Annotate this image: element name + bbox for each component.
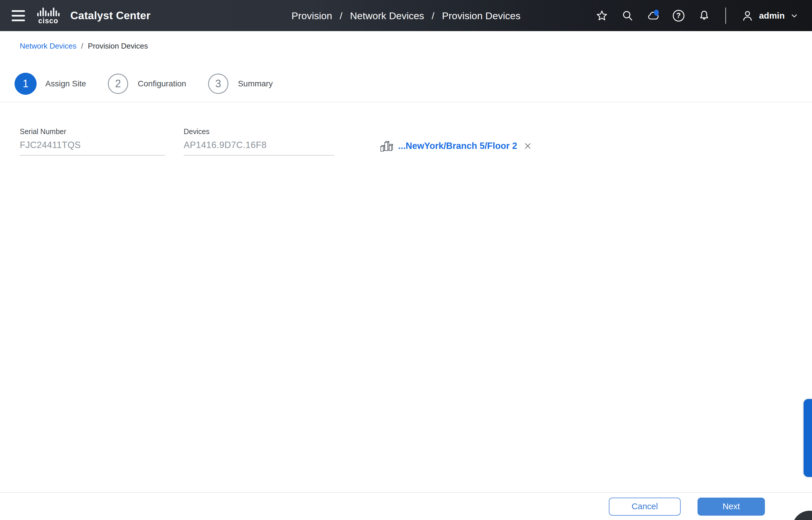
topnav-crumb-separator: / <box>431 10 434 21</box>
devices-value: AP1416.9D7C.16F8 <box>184 140 334 150</box>
user-avatar-icon <box>741 9 754 22</box>
chevron-down-icon <box>790 11 799 20</box>
help-glyph: ? <box>673 10 684 22</box>
devices-label: Devices <box>184 127 334 136</box>
favorites-star-icon[interactable] <box>596 9 608 22</box>
devices-field: Devices AP1416.9D7C.16F8 <box>184 127 334 156</box>
help-icon[interactable]: ? <box>672 9 685 22</box>
topnav-crumb-provision[interactable]: Provision <box>291 10 332 21</box>
topnav-crumb-network-devices[interactable]: Network Devices <box>350 10 424 21</box>
step-3-circle: 3 <box>208 74 228 94</box>
step-1-label: Assign Site <box>45 79 86 88</box>
step-summary[interactable]: 3 Summary <box>207 73 273 95</box>
buildings-icon <box>380 139 393 153</box>
user-menu[interactable]: admin <box>741 9 799 22</box>
topnav-breadcrumb: Provision / Network Devices / Provision … <box>291 10 521 21</box>
hamburger-bar <box>11 10 25 12</box>
provision-devices-page: cisco Catalyst Center Provision / Networ… <box>0 0 812 520</box>
assign-site-form: Serial Number FJC24411TQS Devices AP1416… <box>0 102 812 156</box>
hamburger-bar <box>11 15 25 17</box>
serial-number-label: Serial Number <box>20 127 165 136</box>
breadcrumb-current-page: Provision Devices <box>88 42 148 51</box>
cancel-button[interactable]: Cancel <box>609 498 681 516</box>
username-label: admin <box>759 11 785 21</box>
wizard-footer: Cancel Next <box>0 492 812 520</box>
top-navbar: cisco Catalyst Center Provision / Networ… <box>0 0 812 31</box>
breadcrumb: Network Devices / Provision Devices <box>0 31 812 51</box>
cisco-logo-bars-icon <box>37 7 60 17</box>
site-path-link[interactable]: ...NewYork/Branch 5/Floor 2 <box>398 141 517 151</box>
menu-hamburger-button[interactable] <box>11 10 26 21</box>
hamburger-bar <box>11 20 25 21</box>
cisco-logo[interactable]: cisco <box>37 7 60 24</box>
step-3-label: Summary <box>238 79 273 88</box>
topnav-crumb-provision-devices[interactable]: Provision Devices <box>442 10 521 21</box>
notifications-bell-icon[interactable] <box>698 9 710 22</box>
navbar-divider <box>725 7 726 24</box>
cisco-logo-text: cisco <box>38 17 58 24</box>
serial-number-value: FJC24411TQS <box>20 140 165 150</box>
navbar-actions: ? admin <box>596 7 799 24</box>
step-1-circle: 1 <box>15 73 37 95</box>
cloud-status-badge <box>654 9 659 16</box>
assigned-site-chip: ...NewYork/Branch 5/Floor 2 <box>380 139 532 153</box>
step-2-label: Configuration <box>138 79 186 88</box>
cloud-status-icon[interactable] <box>647 9 659 22</box>
step-2-circle: 2 <box>108 74 128 94</box>
app-title: Catalyst Center <box>70 9 150 22</box>
scrollbar-thumb[interactable] <box>804 399 812 477</box>
step-configuration[interactable]: 2 Configuration <box>107 73 186 95</box>
next-button[interactable]: Next <box>698 498 765 516</box>
topnav-crumb-separator: / <box>340 10 342 21</box>
serial-number-field: Serial Number FJC24411TQS <box>20 127 165 156</box>
wizard-stepper: 1 Assign Site 2 Configuration 3 Summary <box>0 73 812 95</box>
step-assign-site[interactable]: 1 Assign Site <box>15 73 86 95</box>
breadcrumb-network-devices-link[interactable]: Network Devices <box>20 42 77 51</box>
search-icon[interactable] <box>621 9 634 22</box>
remove-site-icon[interactable] <box>524 141 532 150</box>
breadcrumb-separator: / <box>81 42 83 51</box>
